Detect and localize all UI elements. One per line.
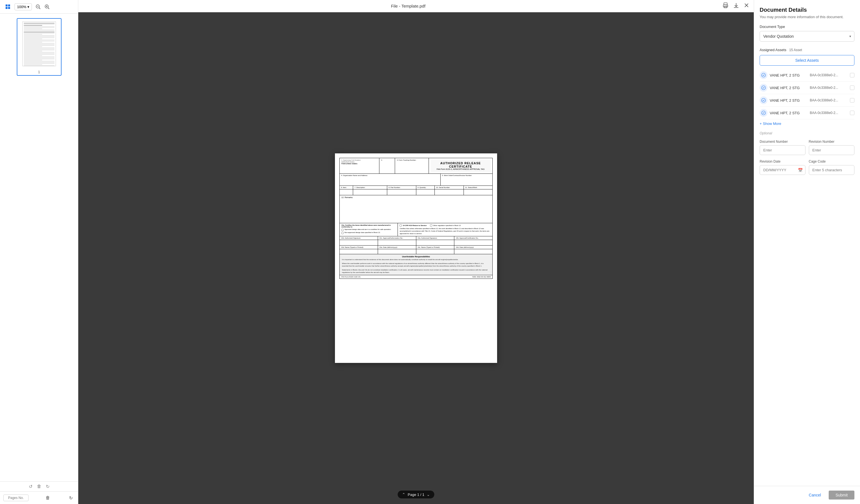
page-nav-bar: ⌃ Page 1 / 1 ⌄ — [398, 491, 434, 499]
zoom-value: 100% — [17, 5, 26, 9]
data-item — [340, 189, 353, 195]
footer-left: FAA Form 8130-3 (02-14) — [341, 276, 360, 278]
download-icon[interactable] — [733, 2, 739, 10]
doc-data-row — [340, 189, 493, 195]
page-prev-btn[interactable]: ⌃ — [402, 492, 405, 497]
svg-rect-2 — [5, 7, 8, 9]
block14-cb2-label: Other regulation specified in Block 12 — [433, 225, 461, 226]
cage-code-label: Cage Code — [809, 160, 855, 163]
date-input-wrapper: 📅 — [760, 165, 805, 175]
main-header: File - Template.pdf — [78, 0, 754, 12]
zoom-controls — [34, 3, 51, 11]
block13a-cb2[interactable] — [341, 232, 344, 234]
asset-checkbox[interactable] — [850, 98, 855, 103]
block8-cell: 8. Part Number: — [387, 186, 416, 189]
cage-code-input[interactable] — [809, 165, 855, 175]
optional-label: Optional — [760, 131, 855, 135]
page-next-btn[interactable]: ⌄ — [427, 492, 430, 497]
refresh-button[interactable]: ↻ — [67, 494, 75, 502]
block13a-cb1-label: Approved design data and are in a condit… — [344, 228, 391, 230]
list-item: VANE HPT, 2 STG BAA-0c3388e0-2... — [760, 69, 855, 81]
block5-label: 5. Work Order/Contract/Invoice Number: — [442, 175, 491, 176]
svg-rect-3 — [8, 7, 10, 9]
mini-document — [23, 21, 56, 66]
delete-button[interactable]: 🗑 — [44, 494, 52, 502]
asset-checkbox[interactable] — [850, 73, 855, 77]
svg-point-22 — [762, 111, 765, 115]
block10-label: 10. Serial Number: — [436, 187, 462, 188]
block14-cb1-row: 14 CFR 43.9 Return to Service — [400, 224, 426, 226]
responsibilities-text2: Where the user/installer performs work i… — [342, 262, 490, 267]
delete-page-icon[interactable]: 🗑 — [37, 484, 41, 489]
doc-header-row: 1. Approving Civil Aviation Authority/Co… — [340, 158, 493, 174]
certify-section: 13a. Certifies the items identified abov… — [340, 223, 493, 236]
asset-icon — [760, 84, 768, 92]
list-item: VANE HPT, 2 STG BAA-0c3388e0-2... — [760, 81, 855, 94]
rotate-right-icon[interactable]: ↻ — [46, 484, 49, 489]
block13a-cb2-label: Non-approved design data specified in Bl… — [344, 232, 381, 233]
doc-footer-section: User/Installer Responsibilities It is im… — [340, 254, 493, 275]
panel-footer: Cancel Submit — [754, 486, 860, 504]
show-more-link[interactable]: + Show More — [760, 121, 855, 126]
block9-cell: 9. Quantity: — [416, 186, 435, 189]
asset-icon — [760, 71, 768, 79]
data-qty — [416, 189, 435, 195]
block13a-cb1[interactable] — [341, 229, 344, 231]
doc-type-select[interactable]: Vendor Quotation Invoice Certificate Rep… — [760, 31, 855, 42]
block14-cb1[interactable] — [400, 224, 402, 226]
list-item: VANE HPT, 2 STG BAA-0c3388e0-2... — [760, 94, 855, 107]
svg-point-20 — [762, 86, 765, 90]
asset-code: BAA-0c3388e0-2... — [810, 98, 848, 102]
sig-row-1: 13b. Authorized Signature: 13c. Approval… — [340, 236, 493, 240]
sig1-val — [340, 240, 378, 245]
asset-icon — [760, 109, 768, 117]
zoom-in-icon[interactable] — [43, 3, 51, 11]
name1-val — [340, 249, 378, 254]
date1-val — [378, 249, 416, 254]
print-icon[interactable] — [722, 2, 729, 10]
block8-label: 8. Part Number: — [389, 187, 415, 188]
page-thumbnail-1[interactable]: 1 — [17, 18, 61, 76]
responsibilities-text3: Statements in Blocks 13a and 14a do not … — [342, 269, 490, 273]
select-assets-button[interactable]: Select Assets — [760, 55, 855, 66]
zoom-out-icon[interactable] — [34, 3, 42, 11]
svg-line-10 — [48, 8, 49, 9]
revision-date-input[interactable] — [760, 165, 805, 175]
block13a-section: 13a. Certifies the items identified abov… — [340, 223, 398, 236]
sidebar-bottom: 🗑 ↻ — [0, 491, 78, 504]
close-icon[interactable] — [744, 2, 749, 10]
svg-point-14 — [727, 5, 727, 6]
block6-cell: 6. Item: — [340, 186, 353, 189]
asset-checkbox[interactable] — [850, 86, 855, 90]
pages-input[interactable] — [3, 494, 29, 501]
cancel-button[interactable]: Cancel — [804, 491, 826, 500]
right-panel: Document Details You may provide more in… — [754, 0, 860, 504]
asset-name: VANE HPT, 2 STG — [770, 111, 808, 115]
pdf-document: 1. Approving Civil Aviation Authority/Co… — [335, 153, 497, 363]
sig-row-2-data — [340, 249, 493, 254]
form-group-doc-number: Document Number — [760, 140, 805, 155]
revision-number-label: Revision Number — [809, 140, 855, 144]
page-thumbnail-area: 1 — [0, 14, 78, 481]
block10-cell: 10. Serial Number: — [435, 186, 464, 189]
revision-number-input[interactable] — [809, 145, 855, 155]
sig-row-2: 13d. Name (Typed or Printed): 13e. Date … — [340, 246, 493, 249]
block12-label: 12. Remarks: — [341, 196, 491, 198]
asset-list: VANE HPT, 2 STG BAA-0c3388e0-2... VANE H… — [760, 69, 855, 119]
zoom-dropdown[interactable]: 100% ▾ — [15, 3, 32, 10]
block13a-cb2-row: Non-approved design data specified in Bl… — [341, 232, 396, 234]
grid-icon[interactable] — [3, 2, 12, 11]
doc-bottom-row: FAA Form 8130-3 (02-14) NSN: 0032-00-012… — [340, 275, 493, 279]
submit-button[interactable]: Submit — [829, 491, 855, 500]
rotate-left-icon[interactable]: ↺ — [29, 484, 32, 489]
block2-label: 2. — [381, 159, 393, 161]
doc-main-title: AUTHORIZED RELEASE CERTIFICATE — [433, 162, 488, 168]
block14-cb2[interactable] — [430, 224, 432, 226]
responsibilities-text1: It is important to understand that the e… — [342, 258, 490, 261]
panel-title: Document Details — [760, 7, 855, 13]
asset-checkbox[interactable] — [850, 110, 855, 115]
block6-label: 6. Item: — [341, 187, 352, 188]
doc-title-cell: AUTHORIZED RELEASE CERTIFICATE FAA Form … — [429, 158, 492, 174]
asset-name: VANE HPT, 2 STG — [770, 86, 808, 90]
doc-number-input[interactable] — [760, 145, 805, 155]
